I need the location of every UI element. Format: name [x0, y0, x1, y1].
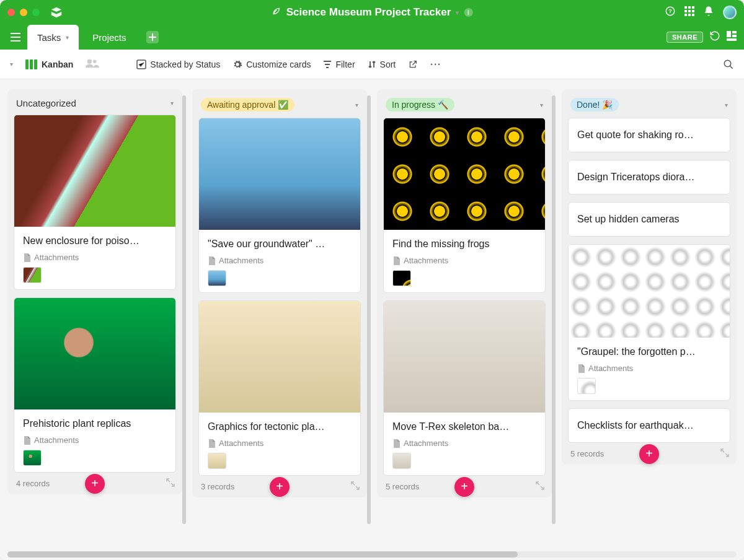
attachments-label: Attachments — [23, 435, 167, 445]
svg-rect-5 — [684, 10, 687, 12]
svg-point-16 — [93, 60, 97, 64]
column-menu-icon[interactable]: ▾ — [725, 102, 728, 108]
expand-column-icon[interactable] — [351, 481, 360, 492]
maximize-window-button[interactable] — [32, 9, 40, 16]
kanban-icon — [25, 59, 38, 69]
kanban-card[interactable]: New enclosure for poiso…Attachments — [14, 115, 176, 290]
column-body: Get quote for shaking ro…Design Tricerat… — [562, 118, 737, 443]
attachment-thumbnail[interactable] — [208, 270, 226, 286]
stacked-by-button[interactable]: Stacked by Status — [136, 59, 220, 69]
kanban-card[interactable]: Set up hidden cameras — [568, 202, 730, 237]
kanban-column: Done! 🎉▾Get quote for shaking ro…Design … — [562, 89, 737, 465]
add-record-button[interactable]: + — [270, 477, 290, 497]
close-window-button[interactable] — [7, 9, 15, 16]
share-view-icon[interactable] — [408, 59, 418, 69]
view-toolbar: ▾ Kanban Stacked by Status Customize car… — [0, 50, 744, 79]
add-record-button[interactable]: + — [454, 477, 474, 497]
attachment-thumbnail[interactable] — [577, 378, 596, 394]
column-header[interactable]: Done! 🎉▾ — [562, 89, 737, 118]
kanban-card[interactable]: Get quote for shaking ro… — [568, 118, 730, 152]
column-menu-icon[interactable]: ▾ — [540, 102, 543, 108]
tab-label: Tasks — [37, 32, 61, 43]
tab-tasks[interactable]: Tasks ▾ — [27, 25, 79, 50]
column-status-pill: Done! 🎉 — [570, 98, 619, 112]
column-menu-icon[interactable]: ▾ — [170, 100, 174, 107]
kanban-card[interactable]: "Graupel: the forgotten p…Attachments — [568, 244, 730, 401]
column-header[interactable]: In progress 🔨▾ — [377, 89, 552, 118]
expand-views-icon[interactable]: ▾ — [10, 61, 13, 68]
view-switcher[interactable]: Kanban — [25, 59, 73, 69]
column-header[interactable]: Uncategorized▾ — [7, 89, 182, 115]
apps-grid-icon[interactable] — [684, 6, 694, 19]
leaf-icon — [272, 6, 281, 19]
notifications-icon[interactable] — [703, 6, 714, 19]
svg-rect-10 — [692, 14, 694, 16]
svg-rect-4 — [692, 6, 694, 9]
attachments-label: Attachments — [392, 256, 536, 265]
add-record-button[interactable]: + — [85, 474, 105, 494]
kanban-column: Awaiting approval ✅▾"Save our groundwate… — [192, 89, 367, 497]
svg-rect-11 — [727, 31, 731, 37]
svg-rect-7 — [692, 10, 694, 12]
add-tab-button[interactable] — [146, 31, 159, 43]
attachment-thumbnail[interactable] — [392, 453, 411, 469]
column-title: Uncategorized — [16, 98, 76, 108]
menu-toggle-icon[interactable] — [7, 29, 24, 45]
minimize-window-button[interactable] — [20, 9, 27, 16]
add-record-button[interactable]: + — [639, 444, 659, 464]
search-icon[interactable] — [723, 59, 734, 70]
collaborators-icon[interactable] — [86, 58, 99, 70]
card-title: Find the missing frogs — [392, 238, 536, 250]
kanban-card[interactable]: Checklists for earthquak… — [568, 408, 730, 443]
sort-button[interactable]: Sort — [368, 59, 396, 69]
chevron-down-icon: ▾ — [456, 9, 459, 16]
column-scrollbar[interactable] — [182, 95, 186, 524]
help-icon[interactable]: ? — [665, 6, 676, 19]
more-options-icon[interactable]: ··· — [430, 59, 441, 69]
svg-point-15 — [87, 59, 92, 64]
svg-point-18 — [724, 60, 731, 67]
column-header[interactable]: Awaiting approval ✅▾ — [192, 89, 367, 118]
svg-rect-3 — [688, 6, 691, 9]
share-button[interactable]: SHARE — [666, 32, 703, 43]
customize-cards-button[interactable]: Customize cards — [232, 59, 311, 69]
attachment-thumbnail[interactable] — [23, 450, 42, 466]
column-body: New enclosure for poiso…AttachmentsPrehi… — [7, 115, 182, 473]
history-icon[interactable] — [709, 30, 720, 44]
column-footer: 3 records+ — [192, 476, 367, 497]
kanban-card[interactable]: "Save our groundwater" …Attachments — [198, 118, 361, 293]
workspace-title-dropdown[interactable]: Science Museum Project Tracker ▾ i — [272, 6, 473, 19]
attachment-thumbnail[interactable] — [23, 267, 42, 283]
expand-column-icon[interactable] — [166, 478, 175, 489]
column-status-pill: In progress 🔨 — [386, 98, 454, 112]
card-title: Move T-Rex skeleton ba… — [392, 421, 536, 432]
record-count: 3 records — [201, 482, 234, 491]
kanban-column: Uncategorized▾New enclosure for poiso…At… — [7, 89, 182, 494]
kanban-card[interactable]: Move T-Rex skeleton ba…Attachments — [383, 300, 546, 476]
user-avatar[interactable] — [723, 6, 737, 19]
info-icon[interactable]: i — [464, 8, 472, 17]
attachment-thumbnail[interactable] — [208, 453, 226, 469]
chevron-down-icon[interactable]: ▾ — [66, 34, 69, 41]
record-count: 4 records — [16, 479, 50, 488]
app-logo-icon[interactable] — [50, 6, 63, 19]
column-scrollbar[interactable] — [552, 95, 556, 524]
kanban-card[interactable]: Find the missing frogsAttachments — [383, 118, 546, 293]
kanban-card[interactable]: Prehistoric plant replicasAttachments — [14, 297, 176, 473]
horizontal-scrollbar[interactable] — [7, 551, 737, 558]
layout-icon[interactable] — [727, 31, 737, 43]
kanban-card[interactable]: Design Triceratops diora… — [568, 160, 730, 195]
column-scrollbar[interactable] — [367, 95, 371, 524]
attachments-label: Attachments — [208, 439, 352, 448]
tab-projects[interactable]: Projects — [82, 25, 136, 50]
filter-button[interactable]: Filter — [323, 59, 355, 69]
svg-rect-2 — [684, 6, 687, 9]
attachment-thumbnail[interactable] — [392, 270, 411, 286]
expand-column-icon[interactable] — [536, 481, 544, 492]
view-name: Kanban — [42, 59, 73, 69]
card-title: "Graupel: the forgotten p… — [577, 346, 721, 357]
column-menu-icon[interactable]: ▾ — [355, 102, 358, 108]
expand-column-icon[interactable] — [720, 448, 729, 459]
card-title: Design Triceratops diora… — [577, 172, 721, 183]
kanban-card[interactable]: Graphics for tectonic pla…Attachments — [198, 300, 361, 476]
